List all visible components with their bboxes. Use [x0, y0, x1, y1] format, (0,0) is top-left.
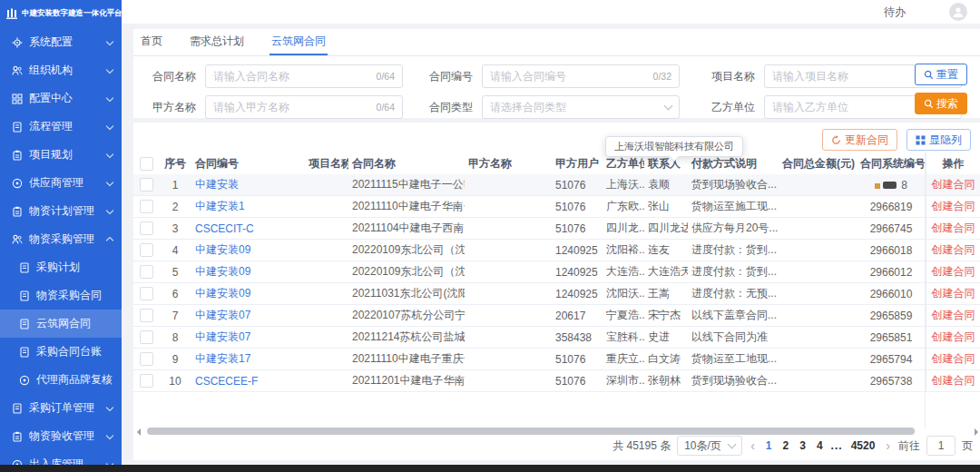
no-cell: 3	[159, 222, 191, 235]
goto-page-input[interactable]: 1	[926, 436, 956, 456]
sys-no-cell: 8	[857, 179, 926, 192]
sidebar-item-organization[interactable]: 组织机构	[0, 56, 122, 84]
sidebar-item-agent-brand-review[interactable]: 代理商品牌复核	[0, 366, 122, 394]
row-checkbox[interactable]	[140, 287, 153, 300]
toggle-columns-button[interactable]: 显隐列	[906, 129, 971, 151]
column-header: 序号	[159, 156, 191, 172]
payment-cell: 货到现场验收合...	[688, 373, 779, 388]
page-number-1[interactable]: 1	[763, 439, 775, 452]
row-checkbox[interactable]	[140, 309, 153, 322]
sys-no-cell: 2966012	[857, 266, 926, 279]
sidebar-item-material-plan-mgmt[interactable]: 物资计划管理	[0, 197, 122, 225]
sidebar-item-process-mgmt[interactable]: 流程管理	[0, 113, 122, 141]
contract-no-link[interactable]: CSCECEE-F	[195, 375, 258, 388]
contract-no-link[interactable]: 中建安装1	[195, 200, 245, 212]
row-checkbox[interactable]	[140, 178, 153, 192]
row-checkbox[interactable]	[140, 352, 153, 366]
prev-page-arrow[interactable]: ‹	[749, 438, 757, 453]
tab-cloud-contract[interactable]: 云筑网合同	[270, 29, 328, 55]
sidebar-item-material-purchase-contract[interactable]: 物资采购合同	[0, 281, 122, 310]
table-row: 5中建安装0920220109东北公司（沈阳）铁西...1240925大连浩..…	[133, 261, 980, 283]
page-size-select[interactable]: 10条/页	[677, 436, 742, 456]
filter-group-party-a-name: 甲方名称请输入甲方名称0/64	[152, 95, 403, 119]
row-checkbox[interactable]	[140, 243, 153, 257]
select-contract-type[interactable]: 请选择合同类型	[482, 95, 680, 119]
update-contract-button[interactable]: 更新合同	[822, 129, 897, 151]
page-number-4[interactable]: 4	[814, 439, 826, 452]
contract-no-link[interactable]: CSCECIT-C	[195, 222, 254, 235]
contract-no-link[interactable]: 中建安装07	[195, 330, 250, 343]
scroll-right-arrow-icon[interactable]	[975, 428, 978, 436]
sidebar-item-config-center[interactable]: 配置中心	[0, 84, 122, 113]
create-contract-link[interactable]: 创建合同	[932, 221, 975, 236]
contract-no-link[interactable]: 中建安装09	[195, 287, 250, 300]
sidebar-item-project-plan[interactable]: 项目规划	[0, 141, 122, 169]
input-party-a-name[interactable]: 请输入甲方名称0/64	[205, 95, 403, 119]
page-number-4520[interactable]: 4520	[848, 439, 878, 452]
sidebar-item-supplier-mgmt[interactable]: 供应商管理	[0, 169, 122, 197]
reset-button[interactable]: 重置	[915, 64, 967, 85]
todo-link[interactable]: 待办	[884, 5, 906, 20]
filter-label-contract-name: 合同名称	[152, 69, 205, 84]
sidebar-item-sys-config[interactable]: 系统配置	[0, 28, 122, 56]
sidebar-item-label: 采购订单管理	[29, 400, 107, 416]
party-a-user-cell: 51076	[552, 353, 603, 366]
sidebar-item-material-acceptance-mgmt[interactable]: 物资验收管理	[0, 422, 122, 450]
next-page-arrow[interactable]: ›	[884, 438, 892, 453]
party-b-cell: 四川龙...	[603, 221, 644, 236]
contact-cell: 宋宁杰	[644, 308, 688, 323]
create-contract-link[interactable]: 创建合同	[932, 286, 975, 301]
tab-home[interactable]: 首页	[139, 29, 164, 55]
create-contract-link[interactable]: 创建合同	[932, 373, 975, 388]
create-contract-link[interactable]: 创建合同	[932, 242, 975, 258]
page-number-3[interactable]: 3	[797, 439, 808, 452]
action-cell: 创建合同	[926, 305, 980, 326]
row-checkbox[interactable]	[140, 330, 153, 344]
table-row: 2中建安装120211110中建电子华南分省应急...51076广东欧...张山…	[133, 196, 980, 218]
pagination-total: 共 45195 条	[612, 438, 671, 454]
row-checkbox[interactable]	[140, 265, 153, 279]
sidebar-item-purchase-plan[interactable]: 采购计划	[0, 253, 122, 281]
contract-no-link[interactable]: 中建安装	[195, 178, 239, 191]
create-contract-link[interactable]: 创建合同	[932, 308, 975, 323]
scrollbar-thumb[interactable]	[147, 428, 915, 435]
contact-cell: 四川龙达...	[644, 221, 688, 236]
tab-demand-plan[interactable]: 需求总计划	[188, 29, 246, 55]
sidebar-item-label: 代理商品牌复核	[36, 372, 113, 388]
sidebar-item-material-procurement-mgmt[interactable]: 物资采购管理	[0, 225, 122, 253]
contract-no-link[interactable]: 中建安装17	[195, 352, 250, 365]
contract-no-link[interactable]: 中建安装09	[195, 243, 250, 256]
placeholder-text: 请选择合同类型	[490, 100, 566, 115]
create-contract-link[interactable]: 创建合同	[932, 177, 975, 192]
sidebar-item-label: 系统配置	[29, 34, 107, 50]
party-b-cell: 沈阳裕...	[603, 242, 644, 258]
search-button[interactable]: 搜索	[915, 93, 967, 114]
contract-no-link[interactable]: 中建安装07	[195, 309, 250, 321]
page-ellipsis[interactable]: ...	[831, 439, 843, 452]
column-header: 乙方单位	[603, 156, 644, 172]
row-checkbox-cell	[133, 221, 159, 235]
page-number-2[interactable]: 2	[780, 439, 792, 452]
scroll-left-arrow-icon[interactable]	[137, 428, 141, 436]
party-a-user-cell: 1240925	[552, 244, 603, 257]
action-cell: 创建合同	[926, 349, 980, 369]
contract-no-link[interactable]: 中建安装09	[195, 265, 250, 278]
create-contract-link[interactable]: 创建合同	[932, 264, 975, 280]
doc-icon	[12, 403, 23, 414]
placeholder-text: 请输入合同编号	[490, 69, 566, 84]
create-contract-link[interactable]: 创建合同	[932, 329, 975, 345]
sidebar-item-cloud-contract[interactable]: 云筑网合同	[0, 310, 122, 338]
select-all-checkbox[interactable]	[140, 157, 153, 171]
input-contract-name[interactable]: 请输入合同名称0/64	[205, 64, 403, 88]
input-contract-no[interactable]: 请输入合同编号0/32	[482, 64, 680, 88]
create-contract-link[interactable]: 创建合同	[932, 199, 975, 214]
sidebar-item-purchase-contract-ledger[interactable]: 采购合同台账	[0, 338, 122, 366]
sys-no-cell: 2966819	[857, 201, 926, 213]
row-checkbox[interactable]	[140, 374, 153, 388]
sidebar-item-purchase-order-mgmt[interactable]: 采购订单管理	[0, 394, 122, 422]
row-checkbox[interactable]	[140, 200, 153, 213]
row-checkbox[interactable]	[140, 221, 153, 235]
avatar[interactable]	[949, 3, 967, 21]
create-contract-link[interactable]: 创建合同	[932, 351, 975, 367]
sidebar-menu: 系统配置组织机构配置中心流程管理项目规划供应商管理物资计划管理物资采购管理采购计…	[0, 28, 122, 472]
